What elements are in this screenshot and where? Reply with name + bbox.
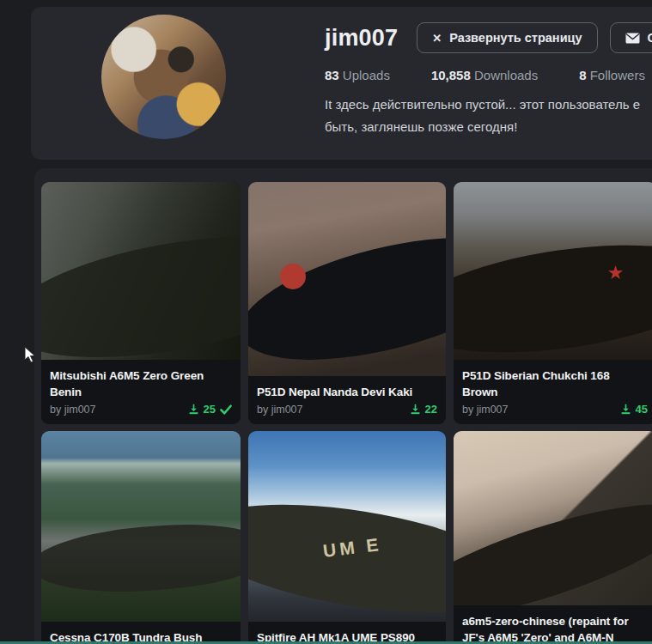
livery-card-4[interactable]: Cessna C170B Tundra Bush "Sheetka" kaki … — [41, 431, 241, 644]
followers-value: 8 — [579, 68, 586, 82]
stat-followers: 8 Followers — [579, 68, 645, 82]
card-thumbnail[interactable] — [41, 431, 241, 622]
x-icon: ✕ — [432, 32, 442, 45]
profile-stats: 83 Uploads 10,858 Downloads 8 Followers — [325, 68, 652, 82]
uploads-label: Uploads — [343, 68, 390, 82]
card-info: P51D Siberian Chukchi 168 Brown by jim00… — [454, 360, 652, 424]
card-title[interactable]: Mitsubishi A6M5 Zero Green Benin — [50, 368, 232, 400]
card-thumbnail[interactable] — [41, 182, 241, 360]
card-author[interactable]: by jim007 — [257, 404, 303, 416]
download-count-group: 25 — [188, 403, 232, 416]
livery-card-6[interactable]: a6m5-zero-chinese (repaint for JF's A6M5… — [454, 431, 652, 644]
envelope-icon — [625, 33, 640, 44]
card-author[interactable]: by jim007 — [462, 404, 509, 416]
card-thumbnail[interactable] — [454, 431, 652, 605]
username: jim007 — [325, 25, 398, 52]
downloads-label: Downloads — [474, 68, 538, 82]
download-icon — [410, 404, 421, 415]
profile-bio: It здесь действительно пустой... этот по… — [325, 94, 652, 138]
download-count: 22 — [425, 403, 437, 416]
download-icon — [188, 404, 199, 415]
installed-check-icon — [220, 404, 232, 415]
card-thumbnail[interactable] — [248, 182, 446, 376]
card-info: Mitsubishi A6M5 Zero Green Benin by jim0… — [41, 360, 241, 424]
card-author[interactable]: by jim007 — [50, 404, 96, 416]
download-count: 25 — [204, 403, 216, 416]
download-count-group: 45 — [620, 403, 648, 416]
avatar — [101, 15, 226, 139]
expand-page-button[interactable]: ✕ Развернуть страницу — [417, 22, 597, 53]
livery-card-1[interactable]: Mitsubishi A6M5 Zero Green Benin by jim0… — [41, 182, 241, 424]
expand-page-button-label: Развернуть страницу — [449, 31, 582, 45]
content-panel: Mitsubishi A6M5 Zero Green Benin by jim0… — [34, 168, 652, 644]
card-title[interactable]: P51D Siberian Chukchi 168 Brown — [462, 368, 648, 400]
download-icon — [620, 404, 631, 415]
profile-header-card: jim007 ✕ Развернуть страницу С 83 Upload… — [31, 7, 652, 160]
followers-label: Followers — [590, 68, 645, 82]
uploads-value: 83 — [325, 68, 339, 82]
card-thumbnail[interactable]: UM E — [248, 431, 446, 622]
livery-card-5[interactable]: UM E Spitfire AH Mk1A UME PS890 Burma — [248, 431, 446, 644]
livery-grid: Mitsubishi A6M5 Zero Green Benin by jim0… — [41, 182, 652, 644]
stat-downloads: 10,858 Downloads — [431, 68, 538, 82]
download-count-group: 22 — [410, 403, 437, 416]
card-info: a6m5-zero-chinese (repaint for JF's A6M5… — [454, 605, 652, 644]
red-star-marking: ★ — [607, 264, 625, 283]
downloads-value: 10,858 — [431, 68, 471, 82]
message-button-label: С — [648, 31, 652, 45]
download-count: 45 — [636, 403, 648, 416]
bio-line-2: быть, заглянешь позже сегодня! — [325, 116, 652, 138]
bio-line-1: It здесь действительно пустой... этот по… — [325, 94, 652, 116]
livery-card-2[interactable]: P51D Nepal Nanda Devi Kaki by jim007 22 — [248, 182, 446, 424]
livery-card-3[interactable]: ★ P51D Siberian Chukchi 168 Brown by jim… — [454, 182, 652, 424]
card-thumbnail[interactable]: ★ — [454, 182, 652, 360]
message-button[interactable]: С — [610, 22, 652, 53]
stat-uploads: 83 Uploads — [325, 68, 390, 82]
card-title[interactable]: a6m5-zero-chinese (repaint for JF's A6M5… — [462, 613, 648, 644]
card-title[interactable]: P51D Nepal Nanda Devi Kaki — [257, 384, 437, 400]
card-info: P51D Nepal Nanda Devi Kaki by jim007 22 — [248, 376, 446, 424]
profile-header-content: jim007 ✕ Развернуть страницу С 83 Upload… — [325, 22, 652, 138]
fuselage-code-letters: UM E — [322, 534, 383, 562]
